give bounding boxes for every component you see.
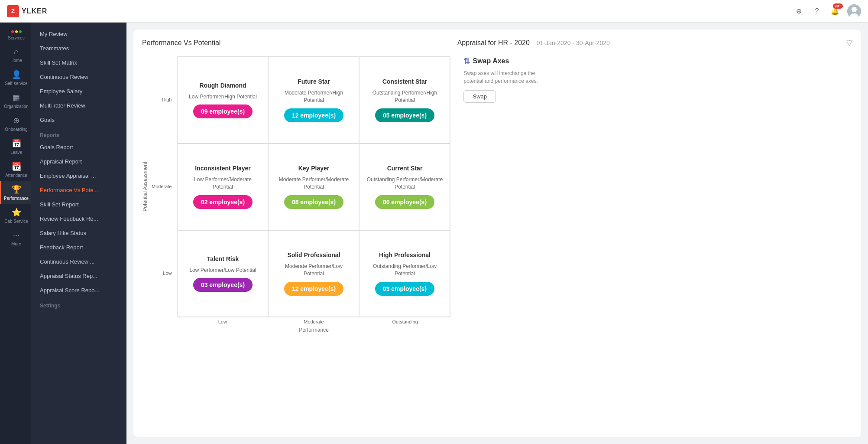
sidebar-item-leave[interactable]: 📅 Leave: [0, 135, 31, 158]
grid-cell-rough-diamond[interactable]: Rough Diamond Low Performer/High Potenti…: [177, 57, 268, 144]
sidebar-label-self-service: Self-service: [5, 81, 27, 86]
content-area: Performance Vs Potential Appraisal for H…: [133, 29, 861, 437]
grid-cell-current-star[interactable]: Current Star Outstanding Performer/Moder…: [359, 144, 450, 230]
employee-badge[interactable]: 06 employee(s): [375, 195, 434, 209]
grid-cell-future-star[interactable]: Future Star Moderate Performer/High Pote…: [268, 57, 359, 144]
employee-badge[interactable]: 09 employee(s): [193, 104, 253, 118]
sidebar-label-performance: Performance: [4, 196, 29, 201]
cell-title: Future Star: [298, 78, 330, 85]
sidebar-label-onboarding: Onboarding: [5, 127, 27, 132]
employee-badge[interactable]: 12 employee(s): [284, 282, 343, 296]
cell-title: Rough Diamond: [199, 82, 246, 89]
sidebar-item-services[interactable]: Services: [0, 27, 31, 44]
sidebar-item-onboarding[interactable]: ⊕ Onboarding: [0, 112, 31, 135]
logo-text: YLKER: [22, 7, 47, 15]
logo-icon: Z: [7, 5, 19, 17]
menu-employee-salary[interactable]: Employee Salary: [31, 84, 126, 98]
menu-continuous-review[interactable]: Continuous Review: [31, 70, 126, 84]
grid-area: Potential Assessment High Moderate Low R…: [142, 56, 852, 333]
swap-icon: ⇅: [463, 56, 470, 66]
notification-icon[interactable]: 🔔 99+: [829, 5, 841, 17]
cell-desc: Outstanding Performer/High Potential: [366, 89, 443, 104]
more-icon: ···: [13, 231, 19, 240]
menu-continuous-review-report[interactable]: Continuous Review ...: [31, 255, 126, 269]
sidebar-label-more: More: [11, 242, 21, 246]
menu-appraisal-score[interactable]: Appraisal Score Repo...: [31, 283, 126, 297]
y-axis-label: Potential Assessment: [142, 162, 148, 212]
sidebar-item-organization[interactable]: ▦ Organization: [0, 89, 31, 112]
y-axis-wrapper: Potential Assessment High Moderate Low: [142, 56, 174, 317]
menu-skill-set-matrix[interactable]: Skill Set Matrix: [31, 56, 126, 70]
sidebar-label-cab: Cab Service: [4, 219, 28, 224]
cell-desc: Outstanding Performer/Low Potential: [366, 263, 443, 278]
menu-feedback-report[interactable]: Feedback Report: [31, 240, 126, 255]
menu-section-settings: Settings: [31, 297, 126, 310]
sidebar-item-more[interactable]: ··· More: [0, 227, 31, 250]
cell-title: Current Star: [387, 165, 423, 172]
employee-badge[interactable]: 12 employee(s): [284, 108, 343, 122]
y-tick-moderate: Moderate: [152, 184, 172, 189]
menu-multi-rater-review[interactable]: Multi-rater Review: [31, 98, 126, 113]
cell-title: Solid Professional: [287, 251, 340, 258]
sidebar-item-attendance[interactable]: 📆 Attendance: [0, 158, 31, 181]
grid-cell-high-professional[interactable]: High Professional Outstanding Performer/…: [359, 230, 450, 317]
menu-review-feedback[interactable]: Review Feedback Re...: [31, 212, 126, 226]
employee-badge[interactable]: 05 employee(s): [375, 108, 434, 122]
cell-title: Consistent Star: [382, 78, 427, 85]
grid-cell-solid-professional[interactable]: Solid Professional Moderate Performer/Lo…: [268, 230, 359, 317]
svg-point-1: [852, 7, 857, 12]
menu-appraisal-status[interactable]: Appraisal Status Rep...: [31, 269, 126, 283]
header-center: Appraisal for HR - 2020 01-Jan-2020 - 30…: [457, 39, 610, 47]
avatar[interactable]: [847, 4, 861, 18]
sidebar-item-performance[interactable]: 🏆 Performance: [0, 181, 31, 204]
cell-desc: Moderate Performer/Low Potential: [275, 263, 352, 278]
grid-cell-consistent-star[interactable]: Consistent Star Outstanding Performer/Hi…: [359, 57, 450, 144]
sidebar-label-leave: Leave: [10, 150, 22, 155]
menu-skill-set-report[interactable]: Skill Set Report: [31, 197, 126, 212]
menu-appraisal-report[interactable]: Appraisal Report: [31, 154, 126, 169]
cell-title: Inconsistent Player: [195, 165, 250, 172]
logo: Z YLKER: [7, 5, 47, 17]
sidebar-item-self-service[interactable]: 👤 Self-service: [0, 66, 31, 89]
employee-badge[interactable]: 08 employee(s): [284, 195, 343, 209]
performance-icon: 🏆: [12, 185, 21, 194]
cell-desc: Moderate Performer/High Potential: [275, 89, 352, 104]
grid-cell-key-player[interactable]: Key Player Moderate Performer/Moderate P…: [268, 144, 359, 230]
grid-cell-inconsistent-player[interactable]: Inconsistent Player Low Performer/Modera…: [177, 144, 268, 230]
swap-button[interactable]: Swap: [463, 90, 496, 103]
x-tick-outstanding: Outstanding: [360, 319, 450, 324]
menu-salary-hike[interactable]: Salary Hike Status: [31, 226, 126, 240]
nine-box-grid: Rough Diamond Low Performer/High Potenti…: [177, 56, 450, 317]
add-icon[interactable]: ⊕: [793, 5, 805, 17]
topbar: Z YLKER ⊕ ? 🔔 99+: [0, 0, 868, 23]
x-axis-label: Performance: [177, 327, 450, 333]
menu-my-review[interactable]: My Review: [31, 27, 126, 41]
notification-badge: 99+: [833, 3, 843, 9]
menu-performance-vs-potential[interactable]: Performance Vs Pote...: [31, 183, 126, 197]
cell-desc: Outstanding Performer/Moderate Potential: [366, 176, 443, 191]
swap-axes-title: ⇅ Swap Axes: [463, 56, 550, 66]
services-dots: [11, 30, 22, 33]
employee-badge[interactable]: 03 employee(s): [375, 282, 434, 296]
sidebar-item-cab-service[interactable]: ⭐ Cab Service: [0, 204, 31, 227]
menu-goals[interactable]: Goals: [31, 113, 126, 127]
topbar-actions: ⊕ ? 🔔 99+: [793, 4, 861, 18]
self-service-icon: 👤: [12, 70, 21, 79]
grid-and-xaxis: Rough Diamond Low Performer/High Potenti…: [177, 56, 450, 333]
grid-cell-talent-risk[interactable]: Talent Risk Low Performer/Low Potential …: [177, 230, 268, 317]
app-container: Services ⌂ Home 👤 Self-service ▦ Organiz…: [0, 23, 868, 444]
sidebar-label-home: Home: [10, 58, 22, 63]
menu-sidebar: My Review Teammates Skill Set Matrix Con…: [31, 23, 126, 444]
employee-badge[interactable]: 03 employee(s): [193, 278, 253, 292]
employee-badge[interactable]: 02 employee(s): [193, 195, 253, 209]
menu-teammates[interactable]: Teammates: [31, 41, 126, 56]
organization-icon: ▦: [13, 93, 20, 102]
sidebar-item-home[interactable]: ⌂ Home: [0, 44, 31, 66]
appraisal-date: 01-Jan-2020 - 30-Apr-2020: [537, 39, 610, 46]
cell-desc: Low Performer/Low Potential: [189, 267, 256, 274]
menu-goals-report[interactable]: Goals Report: [31, 140, 126, 154]
filter-icon[interactable]: ▽: [846, 38, 852, 48]
menu-employee-appraisal[interactable]: Employee Appraisal ...: [31, 169, 126, 183]
x-tick-low: Low: [177, 319, 268, 324]
help-icon[interactable]: ?: [811, 5, 823, 17]
